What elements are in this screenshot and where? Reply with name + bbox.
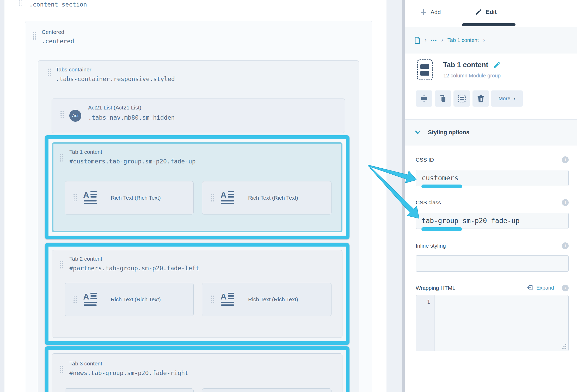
svg-text:A: A bbox=[220, 191, 226, 200]
left-scrollbar-track bbox=[0, 0, 4, 392]
rich-text-module[interactable]: A Rich Text (Rich Text) bbox=[202, 181, 332, 215]
tabs-container-class-label: .tabs-container.responsive.styled bbox=[56, 76, 175, 82]
centered-name-label: Centered bbox=[42, 29, 64, 35]
css-class-label: CSS class bbox=[416, 200, 441, 205]
info-icon[interactable]: i bbox=[562, 242, 569, 249]
expand-icon bbox=[527, 285, 533, 291]
breadcrumb-current[interactable]: Tab 1 content bbox=[447, 37, 479, 43]
more-label: More bbox=[499, 96, 511, 102]
info-icon[interactable]: i bbox=[562, 285, 569, 291]
clone-module-button[interactable] bbox=[435, 90, 451, 107]
tab1-name-label: Tab 1 content bbox=[69, 149, 102, 155]
css-id-input[interactable] bbox=[416, 170, 569, 186]
plus-icon bbox=[420, 9, 427, 16]
edit-title-pencil-icon[interactable] bbox=[493, 61, 501, 69]
css-id-highlight-underline bbox=[421, 185, 462, 188]
module-group-link[interactable]: Module group bbox=[469, 73, 501, 78]
centered-drag-handle-icon[interactable] bbox=[33, 32, 37, 40]
styling-options-accordion[interactable]: Styling options bbox=[405, 119, 577, 145]
tab-add[interactable]: Add bbox=[420, 9, 441, 16]
canvas-panel-gutter bbox=[386, 0, 402, 392]
edit-sidebar-panel: Add Edit › ••• › Tab 1 content › Tab 1 c… bbox=[405, 0, 577, 392]
css-class-input[interactable] bbox=[416, 213, 569, 229]
inline-styling-input[interactable] bbox=[416, 255, 569, 272]
rich-text-label: Rich Text (Rich Text) bbox=[111, 296, 161, 303]
wrapping-html-code-editor[interactable]: 1 bbox=[416, 295, 569, 351]
wrapping-html-label: Wrapping HTML bbox=[416, 285, 456, 291]
page-icon[interactable] bbox=[414, 37, 420, 44]
module-title: Tab 1 content bbox=[443, 62, 488, 69]
tab2-name-label: Tab 2 content bbox=[69, 256, 102, 261]
rich-text-label: Rich Text (Rich Text) bbox=[248, 296, 298, 303]
rich-text-drag-handle-icon[interactable] bbox=[211, 194, 215, 202]
tab-edit[interactable]: Edit bbox=[475, 8, 497, 16]
line-number: 1 bbox=[427, 299, 430, 305]
delete-module-button[interactable] bbox=[472, 90, 489, 107]
tab3-name-label: Tab 3 content bbox=[69, 361, 102, 366]
css-id-label: CSS ID bbox=[416, 157, 434, 162]
styling-options-title: Styling options bbox=[428, 129, 469, 136]
tab-add-label: Add bbox=[431, 9, 441, 16]
active-tab-underline bbox=[462, 23, 515, 26]
rich-text-module[interactable] bbox=[65, 388, 194, 392]
rich-text-label: Rich Text (Rich Text) bbox=[248, 195, 298, 201]
chevron-right-icon: › bbox=[441, 37, 443, 43]
svg-text:A: A bbox=[220, 292, 226, 301]
tabs-container-name-label: Tabs container bbox=[56, 67, 91, 72]
tab2-drag-handle-icon[interactable] bbox=[60, 261, 64, 269]
trash-icon bbox=[477, 94, 485, 103]
move-module-button[interactable] bbox=[416, 90, 432, 107]
duplicate-icon bbox=[439, 94, 447, 103]
rich-text-icon: A bbox=[83, 191, 98, 205]
rich-text-module[interactable]: A Rich Text (Rich Text) bbox=[65, 181, 194, 215]
save-as-group-button[interactable] bbox=[453, 90, 470, 107]
inline-styling-label: Inline styling bbox=[416, 243, 446, 248]
rich-text-drag-handle-icon[interactable] bbox=[73, 295, 77, 304]
info-icon[interactable]: i bbox=[562, 199, 569, 206]
content-section-class-label: .content-section bbox=[29, 2, 87, 8]
expand-label: Expand bbox=[536, 285, 554, 290]
tab2-selector-label: #partners.tab-group.sm-p20.fade-left bbox=[69, 265, 199, 271]
tab-edit-label: Edit bbox=[486, 9, 497, 15]
rich-text-drag-handle-icon[interactable] bbox=[211, 295, 215, 304]
tabs-container-drag-handle-icon[interactable] bbox=[47, 68, 52, 77]
act21-class-label: .tabs-nav.mb80.sm-hidden bbox=[88, 115, 175, 121]
page-editor-screen: .content-section Centered .centered Tabs… bbox=[0, 0, 577, 392]
rich-text-label: Rich Text (Rich Text) bbox=[111, 195, 161, 201]
tab1-drag-handle-icon[interactable] bbox=[60, 154, 64, 162]
svg-text:A: A bbox=[83, 191, 89, 200]
code-line-number-gutter: 1 bbox=[416, 295, 435, 351]
chevron-down-icon bbox=[414, 129, 421, 136]
rich-text-module[interactable]: A Rich Text (Rich Text) bbox=[202, 283, 332, 316]
move-center-icon bbox=[420, 94, 428, 103]
rich-text-module[interactable] bbox=[202, 388, 332, 392]
chevron-right-icon: › bbox=[425, 37, 427, 43]
breadcrumb: › ••• › Tab 1 content › bbox=[405, 27, 577, 53]
act21-drag-handle-icon[interactable] bbox=[60, 111, 64, 119]
act21-module-avatar: Act bbox=[69, 110, 81, 122]
content-section-drag-handle-icon[interactable] bbox=[19, 0, 23, 6]
expand-editor-link[interactable]: Expand bbox=[527, 285, 554, 291]
rich-text-icon: A bbox=[220, 292, 235, 307]
module-column-info: 12 column bbox=[443, 73, 469, 78]
tab3-selector-label: #news.tab-group.sm-p20.fade-right bbox=[69, 370, 188, 376]
rich-text-drag-handle-icon[interactable] bbox=[73, 194, 77, 202]
more-button[interactable]: More ▾ bbox=[491, 90, 523, 107]
svg-text:A: A bbox=[83, 292, 89, 301]
tab3-drag-handle-icon[interactable] bbox=[60, 365, 64, 374]
tab1-selector-label: #customers.tab-group.sm-p20.fade-up bbox=[69, 158, 196, 164]
rich-text-icon: A bbox=[83, 292, 98, 307]
breadcrumb-ellipsis[interactable]: ••• bbox=[431, 38, 437, 43]
css-class-highlight-underline bbox=[421, 227, 462, 231]
centered-class-label: .centered bbox=[42, 38, 74, 44]
chevron-down-icon: ▾ bbox=[513, 97, 515, 100]
module-group-icon bbox=[417, 59, 433, 80]
pencil-icon bbox=[475, 8, 482, 16]
act21-name-label: Act21 List (Act21 List) bbox=[88, 105, 141, 110]
rich-text-icon: A bbox=[220, 191, 235, 205]
chevron-right-icon: › bbox=[483, 37, 485, 43]
rich-text-module[interactable]: A Rich Text (Rich Text) bbox=[65, 283, 194, 316]
info-icon[interactable]: i bbox=[562, 156, 569, 163]
vertical-scrollbar-thumb[interactable] bbox=[402, 0, 405, 392]
resize-grip-icon[interactable] bbox=[561, 344, 567, 350]
